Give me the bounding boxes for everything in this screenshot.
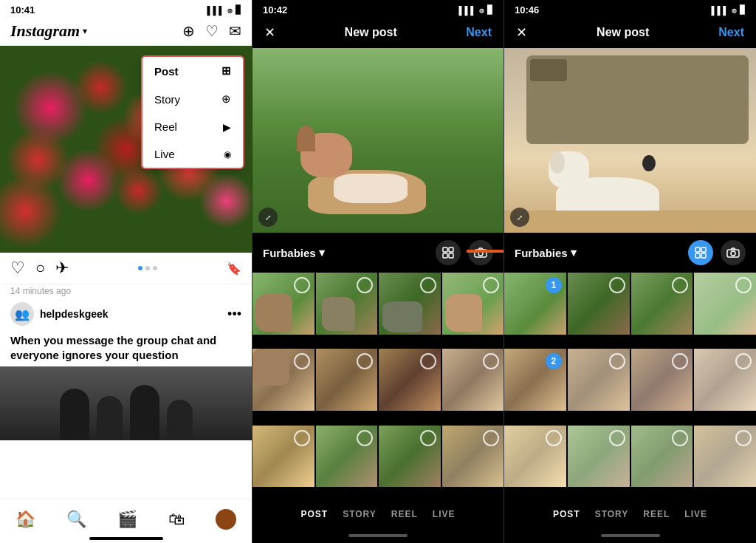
status-bar-1: 10:41 ▌▌▌ ⌾ ▊	[0, 0, 252, 17]
nav-home[interactable]: 🏠	[16, 510, 35, 529]
grid-cell-2-11[interactable]	[379, 426, 441, 488]
dot-1	[138, 266, 142, 270]
grid-cell-3-1[interactable]: 1	[504, 273, 566, 335]
mode-story-2[interactable]: STORY	[343, 509, 377, 519]
grid-cell-2-1[interactable]	[252, 273, 315, 335]
gallery-toolbar-2: Furbabies ▾	[252, 233, 504, 273]
username[interactable]: helpdeskgeek	[40, 308, 109, 320]
mode-live-2[interactable]: LIVE	[433, 509, 456, 519]
user-avatar: 👥	[10, 302, 34, 326]
grid-cell-2-4[interactable]	[442, 273, 504, 335]
dropdown-live-label: Live	[154, 148, 175, 160]
grid-cell-2-9[interactable]	[252, 426, 315, 488]
nav-search[interactable]: 🔍	[66, 510, 86, 529]
mode-post-2[interactable]: POST	[300, 509, 328, 519]
camera-btn-3[interactable]	[721, 240, 746, 265]
expand-button-3[interactable]: ⤢	[510, 208, 529, 227]
dropdown-live-icon: ◉	[224, 149, 231, 160]
grid-cell-3-2[interactable]	[568, 273, 630, 335]
mode-story-3[interactable]: STORY	[595, 509, 629, 519]
grid-cell-3-11[interactable]	[631, 426, 693, 488]
share-icon[interactable]: ✈	[55, 259, 69, 278]
carousel-dots	[138, 266, 157, 270]
instagram-header: Instagram ▾ ⊕ ♡ ✉ Post ⊞ Story ⊕ Reel ▶ …	[0, 17, 252, 46]
next-button-3[interactable]: Next	[718, 26, 744, 39]
grid-cell-2-6[interactable]	[316, 349, 378, 411]
grid-cell-3-5[interactable]: 2	[504, 349, 566, 411]
dropdown-story-label: Story	[154, 93, 180, 106]
dropdown-story-icon: ⊕	[221, 92, 231, 106]
select-circle-2-1	[294, 277, 310, 293]
grid-cell-3-7[interactable]	[631, 349, 693, 411]
dropdown-live[interactable]: Live ◉	[142, 140, 243, 168]
selection-badge-1: 1	[546, 277, 562, 293]
album-selector-3[interactable]: Furbabies ▾	[515, 246, 577, 259]
mode-live-3[interactable]: LIVE	[684, 509, 707, 519]
bookmark-icon[interactable]: 🔖	[227, 262, 241, 276]
figure-1	[60, 389, 89, 440]
cushion-1	[530, 59, 567, 81]
nav-profile[interactable]	[216, 509, 236, 530]
select-circle-2-11	[420, 430, 436, 446]
grid-cell-2-2[interactable]	[316, 273, 378, 335]
nav-shop[interactable]: 🛍	[168, 510, 185, 529]
grid-cell-3-10[interactable]	[568, 426, 630, 488]
home-bar-3	[601, 534, 660, 537]
signal-icon-1: ▌▌▌	[207, 6, 224, 15]
create-dropdown-menu: Post ⊞ Story ⊕ Reel ▶ Live ◉	[141, 55, 244, 169]
select-circle-2-3	[420, 277, 436, 293]
svg-point-5	[478, 251, 483, 256]
status-bar-2: 10:42 ▌▌▌ ⌾ ▊	[252, 0, 504, 17]
messages-icon[interactable]: ✉	[229, 22, 241, 40]
dropdown-reel[interactable]: Reel ▶	[142, 113, 243, 140]
new-post-header-3: ✕ New post Next	[504, 17, 756, 48]
multi-select-icon-3	[695, 247, 707, 259]
like-icon[interactable]: ♡	[10, 259, 25, 278]
notifications-icon[interactable]: ♡	[205, 22, 219, 40]
grid-cell-3-9[interactable]	[504, 426, 566, 488]
grid-cell-2-8[interactable]	[442, 349, 504, 411]
close-button-3[interactable]: ✕	[516, 24, 527, 41]
comment-icon[interactable]: ○	[35, 259, 45, 278]
grid-cell-2-5[interactable]	[252, 349, 315, 411]
select-circle-2-4	[483, 277, 499, 293]
svg-rect-3	[449, 253, 453, 258]
multi-select-btn-3[interactable]	[688, 240, 713, 265]
wifi-icon-3: ⌾	[732, 6, 737, 15]
more-options[interactable]: •••	[227, 307, 241, 322]
dropdown-post[interactable]: Post ⊞	[142, 57, 243, 85]
mode-reel-2[interactable]: REEL	[391, 509, 418, 519]
next-button-2[interactable]: Next	[466, 26, 492, 39]
grid-cell-2-7[interactable]	[379, 349, 441, 411]
grid-cell-3-12[interactable]	[694, 426, 756, 488]
dog-room-bg	[504, 48, 756, 233]
select-circle-3-3	[672, 277, 688, 293]
grid-cell-3-3[interactable]	[631, 273, 693, 335]
album-selector-2[interactable]: Furbabies ▾	[263, 246, 325, 259]
grid-cell-2-12[interactable]	[442, 426, 504, 488]
album-name-3: Furbabies	[515, 247, 568, 259]
battery-icon-1: ▊	[236, 5, 241, 15]
nav-reels[interactable]: 🎬	[117, 510, 137, 529]
instagram-logo: Instagram	[10, 21, 80, 41]
camera-btn-2[interactable]	[468, 240, 493, 265]
mode-reel-3[interactable]: REEL	[643, 509, 670, 519]
grid-cell-2-10[interactable]	[316, 426, 378, 488]
expand-button-2[interactable]: ⤢	[258, 208, 278, 227]
album-name-2: Furbabies	[263, 247, 316, 259]
wifi-icon-1: ⌾	[227, 6, 233, 15]
svg-rect-0	[443, 247, 447, 252]
logo-dropdown-arrow[interactable]: ▾	[83, 26, 87, 36]
mode-post-3[interactable]: POST	[553, 509, 580, 519]
grid-cell-2-3[interactable]	[379, 273, 441, 335]
multi-select-btn-2[interactable]	[436, 240, 461, 265]
grid-cell-3-6[interactable]	[568, 349, 630, 411]
close-button-2[interactable]: ✕	[264, 24, 275, 41]
grid-cell-3-4[interactable]	[694, 273, 756, 335]
grid-cell-3-8[interactable]	[694, 349, 756, 411]
add-post-icon[interactable]: ⊕	[182, 22, 195, 40]
post-actions-bar: ♡ ○ ✈ 🔖	[0, 253, 252, 284]
dropdown-post-label: Post	[154, 65, 179, 78]
dropdown-story[interactable]: Story ⊕	[142, 85, 243, 113]
figure-2	[97, 396, 123, 440]
